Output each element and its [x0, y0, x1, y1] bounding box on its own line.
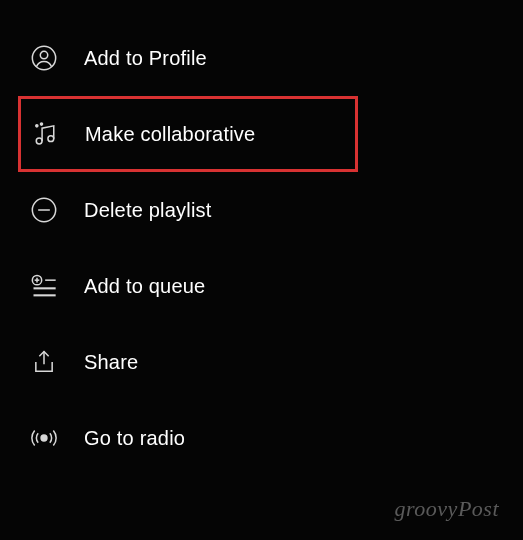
svg-point-3 [48, 136, 54, 142]
radio-icon [28, 422, 60, 454]
menu-item-label: Make collaborative [85, 123, 255, 146]
svg-point-14 [41, 435, 47, 441]
menu-item-make-collaborative[interactable]: Make collaborative [18, 96, 358, 172]
menu-item-label: Add to queue [84, 275, 205, 298]
svg-point-0 [32, 46, 55, 69]
menu-item-label: Go to radio [84, 427, 185, 450]
menu-item-label: Add to Profile [84, 47, 207, 70]
menu-item-label: Delete playlist [84, 199, 212, 222]
menu-item-add-to-queue[interactable]: Add to queue [0, 248, 523, 324]
menu-item-share[interactable]: Share [0, 324, 523, 400]
watermark: groovyPost [395, 496, 499, 522]
svg-point-2 [36, 138, 42, 144]
svg-point-4 [36, 125, 38, 127]
context-menu: Add to Profile Make collaborative Delete… [0, 20, 523, 476]
minus-circle-icon [28, 194, 60, 226]
music-note-icon [29, 118, 61, 150]
menu-item-go-to-radio[interactable]: Go to radio [0, 400, 523, 476]
menu-item-delete-playlist[interactable]: Delete playlist [0, 172, 523, 248]
share-icon [28, 346, 60, 378]
menu-item-label: Share [84, 351, 138, 374]
menu-item-add-to-profile[interactable]: Add to Profile [0, 20, 523, 96]
svg-point-5 [40, 123, 42, 125]
profile-icon [28, 42, 60, 74]
queue-add-icon [28, 270, 60, 302]
svg-point-1 [40, 51, 47, 58]
